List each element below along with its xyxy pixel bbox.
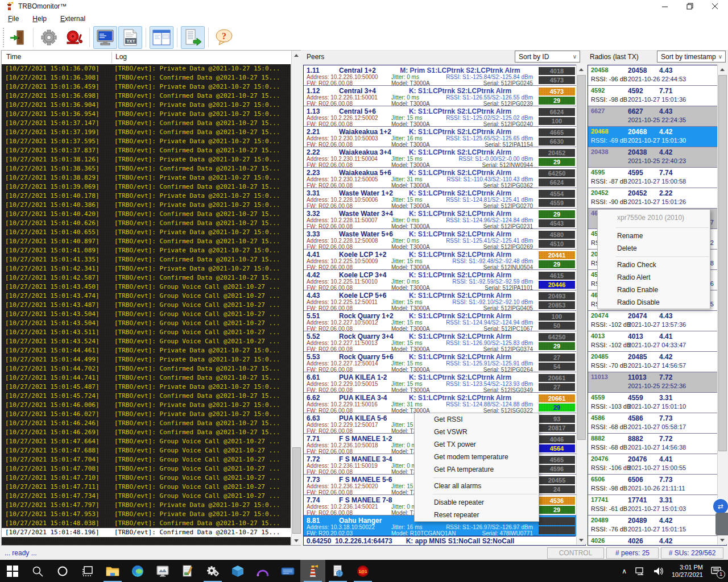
scroll-thumb[interactable] [577, 75, 586, 440]
menu-item-radio-alert[interactable]: Radio Alert [598, 271, 710, 284]
log-row[interactable]: [10/27/2021 15:01:46.269][TRBO/evt]: Con… [2, 428, 291, 437]
card-app-button[interactable] [275, 560, 300, 582]
alarm-button[interactable] [62, 26, 86, 49]
network-icon[interactable] [635, 567, 645, 576]
scroll-up-icon[interactable] [577, 65, 586, 74]
log-row[interactable]: [10/27/2021 15:01:38.365][TRBO/evt]: Con… [2, 164, 291, 173]
column-divider[interactable] [111, 52, 112, 63]
log-row[interactable]: [10/27/2021 15:01:47.711][TRBO/evt]: Gro… [2, 483, 291, 492]
menu-item-rename[interactable]: Rename [598, 230, 710, 242]
settings-button[interactable] [37, 26, 61, 49]
edge-button[interactable] [125, 560, 150, 582]
log-row[interactable]: [10/27/2021 15:01:41.335][TRBO/evt]: Con… [2, 255, 291, 264]
log-row[interactable]: [10/27/2021 15:01:37.595][TRBO/evt]: Pri… [2, 137, 291, 146]
log-row[interactable]: [10/27/2021 15:01:40.626][TRBO/evt]: Con… [2, 219, 291, 228]
doc-app-button[interactable] [325, 560, 350, 582]
arc-app-button[interactable] [250, 560, 275, 582]
log-row[interactable]: [10/27/2021 15:01:37.199][TRBO/evt]: Con… [2, 128, 291, 137]
log-row[interactable]: [10/27/2021 15:01:44.461][TRBO/evt]: Pri… [2, 346, 291, 355]
peer-row[interactable]: 2.23Waiakeakua 5+6K: S1:LCPtrnk S2:LCPtr… [304, 168, 585, 188]
radio-row[interactable]: 662766274.432021-10-25 22:24:35 [588, 106, 726, 127]
menu-item-radio-disable[interactable]: Radio Disable [598, 296, 710, 309]
remote-session-handle[interactable]: ⇄ [712, 498, 728, 539]
scroll-up-icon[interactable] [718, 65, 727, 74]
radio-row[interactable]: 20468204684.42RSSI: -69 dB2021-10-27 15:… [588, 127, 726, 147]
log-column-time[interactable]: Time [6, 53, 21, 61]
menu-item-get-modem-temperature[interactable]: Get modem temperature [415, 451, 539, 463]
log-column-log[interactable]: Log [115, 53, 127, 61]
menu-item-disable-repeater[interactable]: Disable repeater [415, 496, 539, 509]
radio-row[interactable]: 17741177413.31RSSI: -61 dB2021-10-27 15:… [588, 495, 726, 516]
peer-row[interactable]: 5.51Rock Quarry 1+2K: S1:LCPtrnk S2:LCPt… [304, 311, 585, 331]
log-row[interactable]: [10/27/2021 15:01:43.524][TRBO/evt]: Gro… [2, 337, 291, 346]
radio-row[interactable]: 888288827.72RSSI: -68 dB2021-10-27 14:56… [588, 434, 726, 454]
log-row[interactable]: [10/27/2021 15:01:38.126][TRBO/evt]: Pri… [2, 155, 291, 164]
log-row[interactable]: [10/27/2021 15:01:48.038][TRBO/evt]: Con… [2, 519, 291, 528]
peer-row[interactable]: 3.33Waste Water 5+6K: S1:LCPtrnk S2:LCPt… [304, 229, 585, 250]
log-row[interactable]: [10/27/2021 15:01:39.069][TRBO/evt]: Con… [2, 182, 291, 192]
log-row[interactable]: [10/27/2021 15:01:36.070][TRBO/evt]: Pri… [2, 64, 291, 73]
log-row[interactable]: [10/27/2021 15:01:47.710][TRBO/evt]: Gro… [2, 473, 291, 483]
log-row[interactable]: [10/27/2021 15:01:43.487][TRBO/evt]: Gro… [2, 301, 291, 310]
menu-item-radio-enable[interactable]: Radio Enable [598, 284, 710, 296]
radio-row[interactable]: 401340134.41RSSI: -102 dB2021-10-27 04:3… [588, 331, 726, 352]
menu-item-clear-all-alarms[interactable]: Clear all alarms [415, 480, 539, 492]
scroll-up-icon[interactable] [292, 51, 301, 60]
peer-row[interactable]: 6.62PUA KILEA 3-4K: S1:LCPtrnk S2:LCPtrn… [304, 393, 585, 413]
log-row[interactable]: [10/27/2021 15:01:44.499][TRBO/evt]: Pri… [2, 355, 291, 364]
settings-button-taskbar[interactable] [200, 560, 225, 582]
peer-row[interactable]: 4.42Koele LCP 3+4K: S1:LCPtrnk S2:LCPtrn… [304, 270, 585, 290]
log-row[interactable]: [10/27/2021 15:01:47.704][TRBO/evt]: Gro… [2, 455, 291, 464]
peer-row[interactable]: 3.32Waste Water 3+4K: S1:LCPtrnk S2:LCPt… [304, 209, 585, 229]
log-row[interactable]: [10/27/2021 15:01:47.708][TRBO/evt]: Gro… [2, 464, 291, 473]
txt-log-button[interactable]: TXT [118, 26, 142, 49]
log-row[interactable]: [10/27/2021 15:01:46.027][TRBO/evt]: Pri… [2, 410, 291, 419]
taskbar-clock[interactable]: 3:01 PM 10/27/2021 [672, 564, 703, 579]
radios-scrollbar[interactable] [717, 65, 727, 544]
close-button[interactable] [705, 1, 725, 11]
log-row[interactable]: [10/27/2021 15:01:47.734][TRBO/evt]: Gro… [2, 492, 291, 501]
export-log-button[interactable] [181, 26, 205, 49]
peer-row[interactable]: 1.12Central 3+4K: S1:LCPtrnk S2:LCPtrnk … [304, 86, 585, 106]
menu-item-reset-repeater[interactable]: Reset repeater [415, 509, 539, 521]
scroll-down-icon[interactable] [577, 535, 586, 544]
start-button[interactable] [0, 560, 25, 582]
radio-row[interactable]: 20489204894.42RSSI: -76 dB2021-10-27 15:… [588, 516, 726, 536]
log-row[interactable]: [10/27/2021 15:01:37.837][TRBO/evt]: Con… [2, 146, 291, 155]
menu-item-get-rssi[interactable]: Get RSSI [415, 413, 539, 426]
exit-button[interactable] [6, 26, 30, 49]
peer-row[interactable]: 2.22Waiakeakua 3+4K: S1:LCPtrnk S2:LCPtr… [304, 147, 585, 168]
peer-row[interactable]: 1.13Central 5+6K: S1:LCPtrnk S2:LCPtrnk … [304, 106, 585, 127]
menu-help[interactable]: Help [27, 14, 52, 24]
log-row[interactable]: [10/27/2021 15:01:36.954][TRBO/evt]: Pri… [2, 110, 291, 119]
log-row[interactable]: [10/27/2021 15:01:43.450][TRBO/evt]: Gro… [2, 282, 291, 292]
radio-row[interactable]: 459245927.71RSSI: -98 dB2021-10-27 15:01… [588, 86, 726, 106]
log-row[interactable]: [10/27/2021 15:01:47.688][TRBO/evt]: Gro… [2, 446, 291, 455]
peer-row[interactable]: 1.11Central 1+2M: Prim S1:LCPtrnk S2:LCP… [304, 65, 585, 86]
scroll-thumb[interactable] [718, 75, 727, 451]
log-row[interactable]: [10/27/2021 15:01:38.829][TRBO/evt]: Pri… [2, 173, 291, 182]
log-row[interactable]: [10/27/2021 15:01:36.459][TRBO/evt]: Pri… [2, 82, 291, 92]
log-row[interactable]: [10/27/2021 15:01:45.724][TRBO/evt]: Con… [2, 392, 291, 401]
radio-row[interactable]: 402640264.42 [588, 536, 726, 546]
search-button[interactable] [25, 560, 50, 582]
peers-footer-row[interactable]: 0.64250 10.2.226.14:64473 K: app MNIS S1… [304, 536, 576, 545]
log-row[interactable]: [10/27/2021 15:01:37.147][TRBO/evt]: Con… [2, 119, 291, 128]
radio-row[interactable]: 20452204522.22RSSI: -90 dB2021-10-27 15:… [588, 188, 726, 209]
toolbar-gripper[interactable] [2, 27, 5, 48]
action-center-button[interactable]: 1 [711, 566, 721, 576]
peer-row[interactable]: 4.41Koele LCP 1+2K: S1:LCPtrnk S2:LCPtrn… [304, 250, 585, 270]
log-row[interactable]: [10/27/2021 15:01:42.587][TRBO/evt]: Con… [2, 273, 291, 282]
peer-row[interactable]: 6.61PUA KILEA 1-2K: S1:LCPtrnk S2:LCPtrn… [304, 372, 585, 393]
menu-item-get-vswr[interactable]: Get VSWR [415, 426, 539, 438]
log-row[interactable]: [10/27/2021 15:01:43.511][TRBO/evt]: Gro… [2, 328, 291, 337]
log-row[interactable]: [10/27/2021 15:01:43.504][TRBO/evt]: Gro… [2, 319, 291, 328]
peer-row[interactable]: 5.53Rock Quarry 5+6K: S1:LCPtrnk S2:LCPt… [304, 352, 585, 372]
log-row[interactable]: [10/27/2021 15:01:40.420][TRBO/evt]: Con… [2, 210, 291, 219]
peer-row[interactable]: 2.21Waiakeakua 1+2K: S1:LCPtrnk S2:LCPtr… [304, 127, 585, 147]
log-row[interactable]: [10/27/2021 15:01:40.386][TRBO/evt]: Pri… [2, 201, 291, 210]
radio-row[interactable]: 20458204584.43RSSI: -96 dB2021-10-26 22:… [588, 65, 726, 86]
monitor-view-button[interactable] [93, 26, 117, 49]
restore-button[interactable] [680, 1, 700, 11]
cortana-button[interactable] [50, 560, 75, 582]
